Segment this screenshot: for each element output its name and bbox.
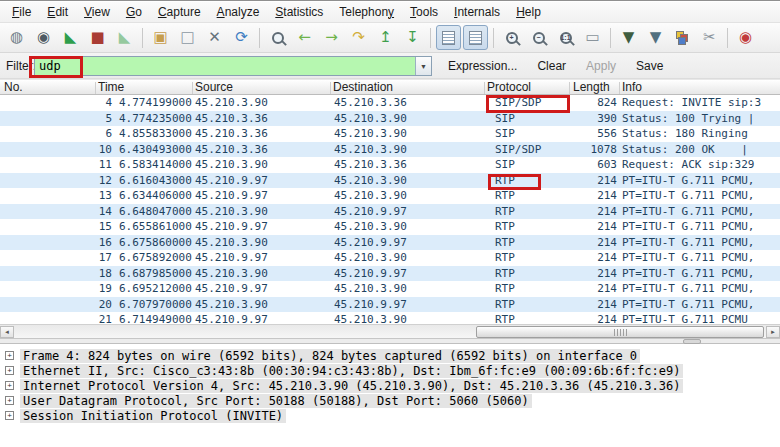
detail-line-text: Frame 4: 824 bytes on wire (6592 bits), …	[20, 349, 640, 363]
close-capture-file-icon[interactable]: ✕	[202, 25, 227, 50]
zoom-out-icon[interactable]: −	[526, 25, 551, 50]
packet-source-cell: 45.210.9.97	[195, 281, 268, 297]
packet-protocol-cell: SIP	[495, 157, 515, 173]
column-header-info[interactable]: Info	[622, 80, 642, 96]
reload-capture-file-icon[interactable]: ⟳	[229, 25, 254, 50]
display-filter-input[interactable]	[35, 57, 415, 75]
packet-length-cell: 214	[560, 281, 617, 297]
colorize-packet-list-toggle-icon	[442, 31, 455, 45]
help-icon[interactable]: ◉	[733, 25, 758, 50]
save-capture-file-icon[interactable]: □	[175, 25, 200, 50]
menu-tools[interactable]: Tools	[402, 3, 446, 22]
packet-row[interactable]: 216.71494900045.210.9.9745.210.3.90RTP21…	[0, 312, 780, 324]
column-header-time[interactable]: Time	[98, 80, 124, 96]
packet-row[interactable]: 206.70797000045.210.3.9045.210.9.97RTP21…	[0, 297, 780, 313]
detail-tree-row[interactable]: +Ethernet II, Src: Cisco_c3:43:8b (00:30…	[0, 363, 780, 378]
scrollbar-thumb[interactable]	[476, 326, 764, 338]
close-capture-file-icon: ✕	[208, 30, 221, 45]
packet-source-cell: 45.210.9.97	[195, 219, 268, 235]
annotation-box-sip-sdp-protocol	[486, 95, 570, 113]
column-header-length[interactable]: Length	[573, 80, 610, 96]
preferences-icon[interactable]: ✂	[697, 25, 722, 50]
column-header-protocol[interactable]: Protocol	[487, 80, 531, 96]
expression-button[interactable]: Expression...	[440, 55, 525, 77]
capture-options-icon[interactable]: ◉	[31, 25, 56, 50]
detail-tree-row[interactable]: +Session Initiation Protocol (INVITE)	[0, 408, 780, 423]
menu-view[interactable]: View	[76, 3, 118, 22]
menu-help[interactable]: Help	[508, 3, 549, 22]
go-to-top-icon: ↥	[379, 30, 392, 45]
packet-source-cell: 45.210.3.90	[195, 297, 268, 313]
menu-statistics[interactable]: Statistics	[267, 3, 331, 22]
stop-capture-icon[interactable]: ■	[85, 25, 110, 50]
packet-source-cell: 45.210.3.90	[195, 157, 268, 173]
packet-row[interactable]: 196.69521200045.210.9.9745.210.3.90RTP21…	[0, 281, 780, 297]
packet-row[interactable]: 176.67589200045.210.9.9745.210.3.90RTP21…	[0, 250, 780, 266]
packet-row[interactable]: 126.61604300045.210.9.9745.210.3.90RTP21…	[0, 173, 780, 189]
go-to-packet-icon[interactable]: ↷	[346, 25, 371, 50]
toolbar-separator	[259, 28, 260, 48]
packet-destination-cell: 45.210.3.90	[334, 188, 407, 204]
packet-length-cell: 214	[560, 204, 617, 220]
display-filters-icon: ▼	[650, 30, 662, 45]
column-header-no[interactable]: No.	[4, 80, 23, 96]
packet-row[interactable]: 106.43049300045.210.3.3645.210.3.90SIP/S…	[0, 142, 780, 158]
toolbar-separator	[142, 28, 143, 48]
packet-destination-cell: 45.210.3.90	[334, 173, 407, 189]
packet-row[interactable]: 64.85583300045.210.3.3645.210.3.90SIP556…	[0, 126, 780, 142]
go-to-top-icon[interactable]: ↥	[373, 25, 398, 50]
packet-row[interactable]: 166.67586000045.210.3.9045.210.9.97RTP21…	[0, 235, 780, 251]
open-capture-file-icon[interactable]: ▣	[148, 25, 173, 50]
capture-filters-icon[interactable]: ▼	[616, 25, 641, 50]
packet-info-cell: PT=ITU-T G.711 PCMU,	[622, 188, 780, 204]
packet-row[interactable]: 54.77423500045.210.3.3645.210.3.90SIP390…	[0, 111, 780, 127]
menu-file[interactable]: File	[4, 3, 39, 22]
go-forward-icon[interactable]: →	[319, 25, 344, 50]
menu-internals[interactable]: Internals	[446, 3, 508, 22]
menu-capture[interactable]: Capture	[150, 3, 209, 22]
stop-capture-icon: ■	[90, 30, 104, 45]
save-button[interactable]: Save	[628, 55, 671, 77]
display-filters-icon[interactable]: ▼	[643, 25, 668, 50]
expander-plus-icon[interactable]: +	[5, 396, 14, 405]
expander-plus-icon[interactable]: +	[5, 381, 14, 390]
packet-row[interactable]: 156.65586100045.210.9.9745.210.3.90RTP21…	[0, 219, 780, 235]
column-header-source[interactable]: Source	[195, 80, 233, 96]
packet-info-cell: PT=ITU-T G.711 PCMU,	[622, 266, 780, 282]
expander-plus-icon[interactable]: +	[5, 411, 14, 420]
auto-scroll-toggle-icon[interactable]	[463, 25, 488, 50]
detail-tree-row[interactable]: +User Datagram Protocol, Src Port: 50188…	[0, 393, 780, 408]
packet-destination-cell: 45.210.3.90	[334, 312, 407, 324]
scroll-right-arrow[interactable]: ►	[766, 326, 780, 338]
zoom-in-icon[interactable]: +	[499, 25, 524, 50]
restart-capture-icon[interactable]: ◣	[112, 25, 137, 50]
list-interfaces-icon[interactable]: ◍	[4, 25, 29, 50]
zoom-original-icon[interactable]: 1:1	[553, 25, 578, 50]
find-packet-icon[interactable]	[265, 25, 290, 50]
detail-tree-row[interactable]: +Internet Protocol Version 4, Src: 45.21…	[0, 378, 780, 393]
menu-go[interactable]: Go	[118, 3, 150, 22]
resize-columns-icon[interactable]: ▭	[580, 25, 605, 50]
menu-telephony[interactable]: Telephony	[331, 3, 402, 22]
expander-plus-icon[interactable]: +	[5, 366, 14, 375]
expander-plus-icon[interactable]: +	[5, 351, 14, 360]
coloring-rules-icon[interactable]	[670, 25, 695, 50]
menu-analyze[interactable]: Analyze	[209, 3, 268, 22]
packet-info-cell: PT=ITU-T G.711 PCMU,	[622, 219, 780, 235]
start-capture-icon[interactable]: ◣	[58, 25, 83, 50]
scroll-left-arrow[interactable]: ◄	[0, 326, 14, 338]
filter-dropdown-button[interactable]: ▼	[415, 57, 431, 75]
clear-button[interactable]: Clear	[529, 55, 574, 77]
go-back-icon[interactable]: ←	[292, 25, 317, 50]
packet-row[interactable]: 186.68798500045.210.3.9045.210.9.97RTP21…	[0, 266, 780, 282]
packet-row[interactable]: 44.77419900045.210.3.9045.210.3.36SIP/SD…	[0, 95, 780, 111]
go-to-bottom-icon[interactable]: ↧	[400, 25, 425, 50]
packet-row[interactable]: 146.64804700045.210.3.9045.210.9.97RTP21…	[0, 204, 780, 220]
packet-row[interactable]: 136.63440600045.210.9.9745.210.3.90RTP21…	[0, 188, 780, 204]
zoom-original-icon: 1:1	[560, 32, 572, 44]
packet-row[interactable]: 116.58341400045.210.3.9045.210.3.36SIP60…	[0, 157, 780, 173]
menu-edit[interactable]: Edit	[39, 3, 76, 22]
column-header-destination[interactable]: Destination	[333, 80, 393, 96]
detail-tree-row[interactable]: +Frame 4: 824 bytes on wire (6592 bits),…	[0, 348, 780, 363]
colorize-packet-list-toggle-icon[interactable]	[436, 25, 461, 50]
